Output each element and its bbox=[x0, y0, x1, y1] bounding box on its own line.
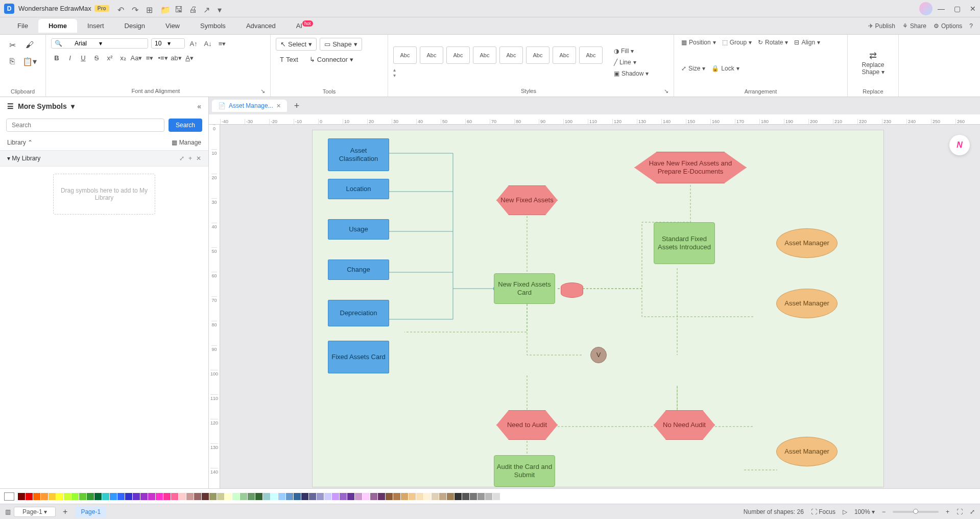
position-button[interactable]: ▦Position▾ bbox=[679, 38, 718, 47]
shape-v-node[interactable]: V bbox=[590, 347, 607, 363]
color-swatch[interactable] bbox=[33, 493, 40, 500]
menu-symbols[interactable]: Symbols bbox=[190, 19, 236, 33]
shape-database-icon[interactable] bbox=[561, 282, 583, 298]
float-logo-icon[interactable]: N bbox=[949, 135, 970, 155]
color-swatch[interactable] bbox=[79, 493, 86, 500]
paste-icon[interactable]: 📋▾ bbox=[22, 54, 37, 68]
style-preset[interactable]: Abc bbox=[553, 46, 576, 64]
color-swatch[interactable] bbox=[110, 493, 117, 500]
save-icon[interactable]: 🖫 bbox=[175, 5, 182, 12]
color-swatch[interactable] bbox=[370, 493, 377, 500]
shape-asset-manager-3[interactable]: Asset Manager bbox=[776, 437, 838, 466]
canvas[interactable]: Asset Classification Location Usage Chan… bbox=[220, 125, 980, 488]
color-swatch[interactable] bbox=[439, 493, 446, 500]
shape-new-fixed-assets[interactable]: New Fixed Assets bbox=[496, 185, 558, 215]
color-swatch[interactable] bbox=[378, 493, 385, 500]
color-swatch[interactable] bbox=[347, 493, 354, 500]
menu-advanced[interactable]: Advanced bbox=[236, 19, 286, 33]
color-swatch[interactable] bbox=[156, 493, 163, 500]
shape-audit-submit[interactable]: Audit the Card and Submit bbox=[494, 455, 555, 487]
shape-standard-intro[interactable]: Standard Fixed Assets Introduced bbox=[654, 222, 715, 264]
shape-need-audit[interactable]: Need to Audit bbox=[496, 410, 558, 440]
document-tab[interactable]: 📄 Asset Manage... ✕ bbox=[212, 100, 287, 112]
add-tab-button[interactable]: + bbox=[290, 101, 304, 111]
bullet-icon[interactable]: •≡▾ bbox=[157, 52, 169, 63]
redo-icon[interactable]: ↷ bbox=[132, 5, 139, 12]
color-swatch[interactable] bbox=[202, 493, 209, 500]
fit-page-icon[interactable]: ⛶ bbox=[957, 508, 963, 515]
color-swatch[interactable] bbox=[485, 493, 492, 500]
color-swatch[interactable] bbox=[309, 493, 316, 500]
options-button[interactable]: ⚙Options bbox=[934, 22, 962, 30]
my-library-section[interactable]: ▾ My Library ⤢ + ✕ bbox=[0, 150, 208, 167]
zoom-value[interactable]: 100% ▾ bbox=[854, 508, 875, 515]
align-icon[interactable]: ≡▾ bbox=[217, 38, 228, 49]
color-swatch[interactable] bbox=[462, 493, 469, 500]
shape-asset-manager-1[interactable]: Asset Manager bbox=[776, 228, 838, 258]
text-tool[interactable]: TText bbox=[276, 54, 302, 65]
color-swatch[interactable] bbox=[240, 493, 247, 500]
color-swatch[interactable] bbox=[140, 493, 148, 500]
share-button[interactable]: ⚘Share bbox=[902, 22, 926, 30]
color-swatch[interactable] bbox=[363, 493, 370, 500]
color-swatch[interactable] bbox=[409, 493, 416, 500]
user-avatar[interactable] bbox=[919, 2, 933, 15]
color-swatch[interactable] bbox=[133, 493, 140, 500]
fill-button[interactable]: ◑Fill▾ bbox=[612, 46, 651, 56]
color-swatch[interactable] bbox=[179, 493, 186, 500]
font-name-select[interactable]: 🔍Arial▾ bbox=[51, 38, 148, 49]
zoom-slider[interactable] bbox=[893, 511, 939, 513]
menu-home[interactable]: Home bbox=[38, 19, 77, 33]
zoom-in-icon[interactable]: + bbox=[946, 508, 949, 515]
color-swatch[interactable] bbox=[286, 493, 293, 500]
color-swatch[interactable] bbox=[18, 493, 25, 500]
color-swatch[interactable] bbox=[171, 493, 178, 500]
page-layout-icon[interactable]: ▥ bbox=[5, 508, 11, 515]
line-spacing-icon[interactable]: ≡▾ bbox=[144, 52, 155, 63]
maximize-icon[interactable]: ▢ bbox=[954, 5, 961, 13]
color-swatch[interactable] bbox=[49, 493, 56, 500]
manage-button[interactable]: ▦ Manage bbox=[172, 139, 201, 146]
color-swatch[interactable] bbox=[263, 493, 270, 500]
zoom-out-icon[interactable]: − bbox=[882, 508, 886, 515]
color-swatch[interactable] bbox=[148, 493, 155, 500]
color-swatch[interactable] bbox=[500, 493, 508, 500]
shrink-font-icon[interactable]: A↓ bbox=[202, 38, 213, 49]
text-style-icon[interactable]: ab▾ bbox=[171, 52, 182, 63]
color-swatch[interactable] bbox=[217, 493, 224, 500]
shape-new-card[interactable]: New Fixed Assets Card bbox=[494, 273, 555, 304]
color-swatch[interactable] bbox=[493, 493, 500, 500]
fullscreen-icon[interactable]: ⤢ bbox=[970, 508, 975, 515]
menu-file[interactable]: File bbox=[7, 19, 38, 33]
format-painter-icon[interactable]: 🖌 bbox=[22, 38, 37, 52]
shape-asset-classification[interactable]: Asset Classification bbox=[328, 138, 389, 171]
lock-button[interactable]: 🔒Lock▾ bbox=[709, 64, 741, 73]
color-swatch[interactable] bbox=[447, 493, 454, 500]
color-swatch[interactable] bbox=[317, 493, 324, 500]
color-swatch[interactable] bbox=[278, 493, 285, 500]
color-swatch[interactable] bbox=[56, 493, 63, 500]
drawing-page[interactable]: Asset Classification Location Usage Chan… bbox=[312, 130, 884, 487]
copy-icon[interactable]: ⎘ bbox=[5, 54, 19, 68]
shape-tool[interactable]: ▭Shape▾ bbox=[320, 38, 362, 51]
color-swatch[interactable] bbox=[186, 493, 194, 500]
library-label[interactable]: Library ⌃ bbox=[7, 139, 33, 146]
color-swatch[interactable] bbox=[255, 493, 262, 500]
export-icon[interactable]: ↗ bbox=[203, 5, 210, 12]
fill-tool-icon[interactable] bbox=[4, 492, 14, 501]
style-preset[interactable]: Abc bbox=[526, 46, 549, 64]
add-icon[interactable]: + bbox=[188, 155, 192, 162]
connector-tool[interactable]: ↳Connector▾ bbox=[305, 54, 357, 65]
shape-no-need-audit[interactable]: No Need Audit bbox=[654, 410, 715, 440]
grow-font-icon[interactable]: A↑ bbox=[188, 38, 199, 49]
help-button[interactable]: ? bbox=[969, 22, 973, 30]
more-symbols-title[interactable]: More Symbols bbox=[18, 102, 67, 110]
color-swatch[interactable] bbox=[71, 493, 79, 500]
replace-shape-button[interactable]: ⇄ Replace Shape ▾ bbox=[853, 50, 893, 76]
color-swatch[interactable] bbox=[393, 493, 400, 500]
open-icon[interactable]: 📁 bbox=[160, 5, 168, 12]
publish-button[interactable]: ✈Publish bbox=[868, 22, 895, 30]
color-swatch[interactable] bbox=[355, 493, 362, 500]
subscript-icon[interactable]: x₂ bbox=[117, 52, 129, 63]
menu-insert[interactable]: Insert bbox=[77, 19, 114, 33]
